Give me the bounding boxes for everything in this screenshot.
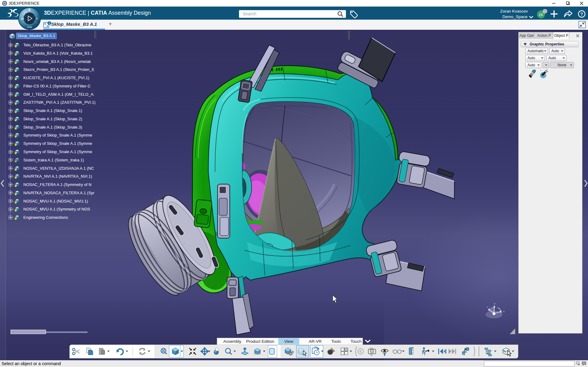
svg-text:ZK: ZK: [539, 13, 543, 17]
svg-text:2: 2: [215, 231, 218, 237]
svg-text:V+R: V+R: [27, 26, 32, 29]
svg-text:1: 1: [49, 21, 50, 25]
svg-text:Z: Z: [494, 302, 496, 305]
svg-text:3D: 3D: [21, 17, 24, 20]
svg-text:Y: Y: [487, 306, 488, 309]
svg-text:X: X: [503, 310, 505, 313]
svg-text:i: i: [584, 362, 585, 365]
svg-text:?: ?: [580, 12, 583, 17]
